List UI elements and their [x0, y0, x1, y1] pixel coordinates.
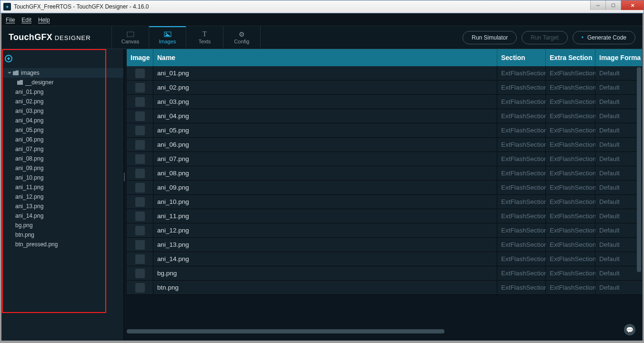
tree-file[interactable]: btn_pressed.png [2, 240, 123, 249]
tree-file[interactable]: ani_11.png [2, 182, 123, 192]
td-format: Default [595, 81, 642, 94]
td-name: ani_04.png [153, 109, 497, 123]
window-title: TouchGFX_FreeRTOS - TouchGFX Designer - … [14, 3, 149, 10]
tree-file[interactable]: ani_07.png [2, 144, 123, 154]
tree-file[interactable]: ani_04.png [2, 116, 123, 125]
tree-file[interactable]: ani_01.png [2, 87, 123, 97]
tab-config[interactable]: ⚙ Config [223, 26, 261, 49]
tab-images[interactable]: Images [149, 26, 186, 49]
td-extra-section: ExtFlashSection [546, 95, 595, 109]
tree-file[interactable]: ani_13.png [2, 202, 123, 211]
splitter-handle[interactable] [124, 173, 126, 182]
td-name: btn.png [153, 281, 497, 294]
th-section[interactable]: Section [497, 49, 546, 66]
td-extra-section: ExtFlashSection [546, 109, 595, 123]
tree-folder-images[interactable]: images [2, 68, 123, 78]
td-section: ExtFlashSection [497, 109, 546, 123]
run-target-button[interactable]: Run Target [522, 31, 567, 44]
thumbnail-icon [135, 212, 145, 221]
td-extra-section: ExtFlashSection [546, 166, 595, 180]
table-row[interactable]: ani_06.pngExtFlashSectionExtFlashSection… [127, 138, 642, 152]
menu-file[interactable]: File [6, 17, 15, 23]
table-row[interactable]: ani_03.pngExtFlashSectionExtFlashSection… [127, 95, 642, 109]
svg-rect-0 [127, 32, 134, 37]
vertical-scrollbar[interactable] [637, 67, 641, 325]
table-row[interactable]: ani_10.pngExtFlashSectionExtFlashSection… [127, 195, 642, 209]
td-thumb [127, 109, 153, 123]
thumbnail-icon [135, 154, 145, 164]
td-section: ExtFlashSection [497, 195, 546, 209]
close-button[interactable]: ✕ [621, 0, 644, 10]
table-row[interactable]: ani_14.pngExtFlashSectionExtFlashSection… [127, 252, 642, 266]
table-row[interactable]: ani_09.pngExtFlashSectionExtFlashSection… [127, 181, 642, 195]
table-row[interactable]: ani_08.pngExtFlashSectionExtFlashSection… [127, 166, 642, 181]
tab-canvas[interactable]: Canvas [112, 26, 149, 49]
td-thumb [127, 138, 153, 151]
th-name[interactable]: Name [153, 49, 497, 66]
td-format: Default [595, 195, 642, 209]
tree-file[interactable]: ani_06.png [2, 135, 123, 144]
td-extra-section: ExtFlashSection [546, 223, 595, 237]
window-controls: ─ ☐ ✕ [590, 0, 644, 10]
table-row[interactable]: ani_11.pngExtFlashSectionExtFlashSection… [127, 209, 642, 223]
tree-file[interactable]: ani_14.png [2, 211, 123, 221]
table-row[interactable]: bg.pngExtFlashSectionExtFlashSectionDefa… [127, 266, 642, 281]
td-name: bg.png [153, 266, 497, 280]
td-section: ExtFlashSection [497, 209, 546, 223]
td-thumb [127, 166, 153, 180]
run-simulator-button[interactable]: Run Simulator [463, 31, 517, 44]
menu-help[interactable]: Help [38, 17, 50, 23]
table-row[interactable]: ani_02.pngExtFlashSectionExtFlashSection… [127, 81, 642, 95]
td-section: ExtFlashSection [497, 238, 546, 252]
window-titlebar: ✦ TouchGFX_FreeRTOS - TouchGFX Designer … [0, 0, 644, 13]
tree-file[interactable]: ani_02.png [2, 97, 123, 106]
minimize-button[interactable]: ─ [590, 0, 605, 10]
td-section: ExtFlashSection [497, 138, 546, 151]
horizontal-scrollbar[interactable] [127, 329, 639, 333]
tree-file[interactable]: ani_12.png [2, 192, 123, 202]
table-row[interactable]: ani_12.pngExtFlashSectionExtFlashSection… [127, 223, 642, 238]
tree-folder-designer[interactable]: __designer [2, 78, 123, 87]
maximize-button[interactable]: ☐ [605, 0, 621, 10]
tree-file[interactable]: bg.png [2, 221, 123, 230]
table-row[interactable]: ani_07.pngExtFlashSectionExtFlashSection… [127, 152, 642, 166]
table-row[interactable]: ani_04.pngExtFlashSectionExtFlashSection… [127, 109, 642, 123]
th-image-format[interactable]: Image Forma [595, 49, 642, 66]
tab-texts[interactable]: T Texts [186, 26, 223, 49]
tree-file[interactable]: ani_09.png [2, 163, 123, 173]
table-area: Image Name Section Extra Section Image F… [124, 49, 642, 340]
td-extra-section: ExtFlashSection [546, 181, 595, 194]
file-tree: images __designer ani_01.pngani_02.pngan… [2, 68, 123, 249]
table-row[interactable]: ani_13.pngExtFlashSectionExtFlashSection… [127, 238, 642, 252]
nav-tabs: Canvas Images T Texts ⚙ Config [111, 26, 261, 49]
toolbar: TouchGFX DESIGNER Canvas Images T Texts … [2, 26, 642, 49]
table-row[interactable]: btn.pngExtFlashSectionExtFlashSectionDef… [127, 281, 642, 295]
menu-edit[interactable]: Edit [21, 17, 31, 23]
tree-file[interactable]: ani_10.png [2, 173, 123, 182]
td-name: ani_07.png [153, 152, 497, 166]
td-thumb [127, 81, 153, 94]
td-format: Default [595, 109, 642, 123]
table-row[interactable]: ani_05.pngExtFlashSectionExtFlashSection… [127, 123, 642, 138]
td-extra-section: ExtFlashSection [546, 66, 595, 80]
thumbnail-icon [135, 226, 145, 235]
td-thumb [127, 252, 153, 266]
th-image[interactable]: Image [127, 49, 153, 66]
td-extra-section: ExtFlashSection [546, 152, 595, 166]
td-name: ani_01.png [153, 66, 497, 80]
td-extra-section: ExtFlashSection [546, 266, 595, 280]
tree-file[interactable]: ani_05.png [2, 125, 123, 135]
tree-file[interactable]: ani_08.png [2, 154, 123, 163]
tree-file[interactable]: ani_03.png [2, 106, 123, 116]
horizontal-scroll-thumb[interactable] [127, 329, 444, 333]
add-icon[interactable] [5, 55, 12, 62]
generate-code-button[interactable]: Generate Code [573, 31, 635, 44]
td-format: Default [595, 209, 642, 223]
feedback-bubble-icon[interactable]: 💬 [624, 324, 635, 335]
images-icon [164, 31, 171, 38]
tree-file[interactable]: btn.png [2, 230, 123, 240]
th-extra-section[interactable]: Extra Section [546, 49, 595, 66]
table-row[interactable]: ani_01.pngExtFlashSectionExtFlashSection… [127, 66, 642, 81]
td-section: ExtFlashSection [497, 166, 546, 180]
vertical-scroll-thumb[interactable] [637, 67, 641, 272]
